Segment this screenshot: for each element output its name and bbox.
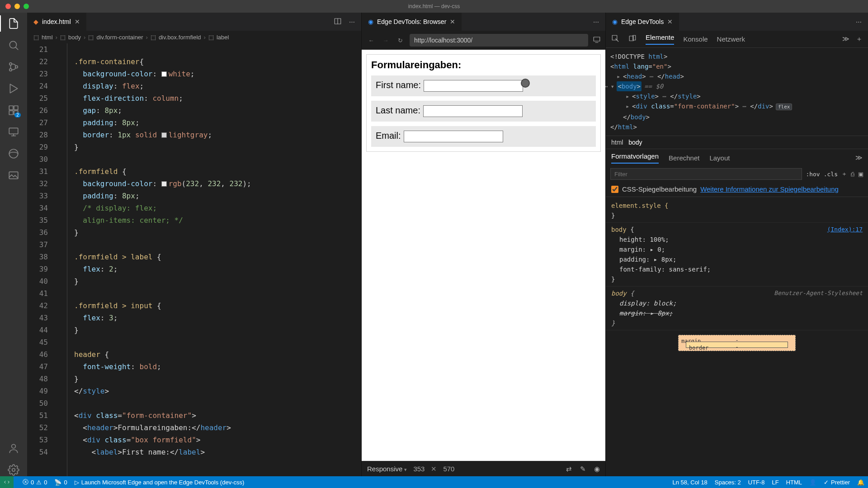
devtools-tab[interactable]: ◉ Edge DevTools ✕: [606, 13, 679, 31]
add-tab-icon[interactable]: ＋: [856, 35, 863, 43]
code-content[interactable]: .form-container{ background-color: white…: [56, 43, 361, 476]
dom-breadcrumb[interactable]: html body: [606, 136, 868, 149]
reload-icon[interactable]: ↻: [395, 37, 405, 44]
image-preview-icon[interactable]: [7, 169, 20, 182]
explorer-icon[interactable]: [7, 17, 20, 30]
minimize-window[interactable]: [14, 4, 20, 9]
source-control-icon[interactable]: [7, 61, 20, 73]
tab-console[interactable]: Konsole: [683, 35, 708, 43]
rotate-icon[interactable]: ⇄: [566, 465, 572, 473]
eye-icon[interactable]: ◉: [594, 465, 600, 473]
css-mirror-row: CSS-Spiegelbearbeitung Weitere Informati…: [606, 182, 868, 197]
editor-group: ◆ index.html ✕ ⋯ ⬚html›⬚body›⬚div.form-c…: [27, 13, 362, 476]
traffic-lights: [5, 4, 29, 9]
formfield-first-name: First name:: [371, 75, 596, 96]
breadcrumbs[interactable]: ⬚html›⬚body›⬚div.form-container›⬚div.box…: [27, 31, 361, 43]
mirror-link[interactable]: Weitere Informationen zur Spiegelbearbei…: [700, 185, 839, 193]
main-layout: 2 ◆ index.html ✕ ⋯: [0, 13, 868, 476]
more-icon[interactable]: ⋯: [593, 19, 599, 25]
input-first-name[interactable]: [424, 80, 523, 92]
viewport-width[interactable]: 353: [413, 465, 425, 473]
titlebar: index.html — dev-css: [0, 0, 868, 13]
search-icon[interactable]: [7, 39, 20, 52]
launch-task[interactable]: ▷Launch Microsoft Edge and open the Edge…: [75, 479, 245, 486]
run-debug-icon[interactable]: [7, 82, 20, 95]
panel-icon[interactable]: ▣: [858, 171, 863, 178]
print-icon[interactable]: ⎙: [851, 171, 854, 178]
url-input[interactable]: http://localhost:3000/: [410, 34, 588, 47]
remote-explorer-icon[interactable]: [7, 126, 20, 138]
svg-point-12: [12, 469, 15, 472]
svg-rect-6: [9, 111, 13, 115]
activity-bar: 2: [0, 13, 27, 476]
prettier[interactable]: ✓ Prettier: [824, 479, 850, 486]
device-toolbar: Responsive▾ 353 ✕ 570 ⇄ ✎ ◉: [362, 461, 605, 476]
close-icon[interactable]: ✕: [450, 18, 455, 25]
cls-toggle[interactable]: .cls: [824, 171, 838, 178]
browser-tab[interactable]: ◉ Edge DevTools: Browser ✕: [362, 13, 462, 31]
code-editor[interactable]: 2122232425262728293031323334353637383940…: [27, 43, 361, 476]
cursor-position[interactable]: Ln 58, Col 18: [673, 479, 708, 486]
notifications-icon[interactable]: 🔔: [857, 479, 864, 486]
viewport-height[interactable]: 570: [443, 465, 454, 473]
editor-tab-index[interactable]: ◆ index.html ✕: [27, 13, 87, 31]
more-tabs-icon[interactable]: ≫: [842, 35, 849, 43]
remote-indicator[interactable]: [0, 476, 14, 488]
close-icon[interactable]: ✕: [75, 18, 80, 25]
wand-icon[interactable]: ✎: [580, 465, 586, 473]
input-email[interactable]: [404, 131, 503, 142]
form-container: Formulareingaben: First name: Last name:…: [366, 54, 601, 152]
rule-body-author[interactable]: (Index):17 body { height: 100%; margin: …: [606, 223, 868, 286]
accounts-icon[interactable]: [7, 442, 20, 455]
rule-element-style[interactable]: element.style { }: [606, 199, 868, 223]
input-last-name[interactable]: [423, 105, 523, 117]
mirror-label: CSS-Spiegelbearbeitung: [622, 185, 697, 193]
close-window[interactable]: [5, 4, 11, 9]
tab-layout[interactable]: Layout: [709, 154, 730, 162]
browser-tabs: ◉ Edge DevTools: Browser ✕ ⋯: [362, 13, 605, 31]
live-share-icon[interactable]: 👤: [809, 479, 816, 486]
svg-point-11: [12, 444, 16, 448]
ports[interactable]: 📡0: [54, 479, 67, 486]
more-icon[interactable]: ⋯: [856, 19, 862, 25]
dimension-x: ✕: [431, 465, 437, 473]
hov-toggle[interactable]: :hov: [806, 171, 820, 178]
forward-icon[interactable]: →: [381, 37, 391, 44]
rule-body-ua[interactable]: Benutzer-Agent-Stylesheet body { display…: [606, 286, 868, 330]
device-mode[interactable]: Responsive▾: [367, 465, 407, 473]
tab-elements[interactable]: Elemente: [646, 33, 674, 45]
maximize-window[interactable]: [24, 4, 29, 9]
inspect-icon[interactable]: [611, 34, 619, 44]
eol[interactable]: LF: [772, 479, 779, 486]
encoding[interactable]: UTF-8: [748, 479, 765, 486]
dom-tree[interactable]: <!DOCTYPE html> <html lang="en"> ▸<head>…: [606, 48, 868, 136]
split-editor-icon[interactable]: [334, 17, 342, 27]
source-link[interactable]: (Index):17: [827, 225, 863, 235]
back-icon[interactable]: ←: [366, 37, 376, 44]
tab-styles[interactable]: Formatvorlagen: [611, 152, 659, 164]
editor-tabs: ◆ index.html ✕ ⋯: [27, 13, 361, 31]
screencast-icon[interactable]: [593, 36, 601, 45]
formfield-email: Email:: [371, 126, 596, 147]
mirror-checkbox[interactable]: [611, 186, 618, 193]
more-icon[interactable]: ⋯: [349, 19, 355, 25]
language-mode[interactable]: HTML: [786, 479, 802, 486]
tab-computed[interactable]: Berechnet: [669, 154, 699, 162]
browser-panel: ◉ Edge DevTools: Browser ✕ ⋯ ← → ↻ http:…: [362, 13, 606, 476]
device-toggle-icon[interactable]: [628, 34, 637, 44]
error-icon: ⓧ: [23, 478, 28, 486]
edge-tools-icon[interactable]: [7, 147, 20, 160]
styles-body[interactable]: element.style { } (Index):17 body { heig…: [606, 197, 868, 476]
problems[interactable]: ⓧ0 ⚠0: [23, 478, 47, 486]
new-style-icon[interactable]: ＋: [841, 170, 847, 178]
settings-gear-icon[interactable]: [7, 464, 20, 476]
close-icon[interactable]: ✕: [667, 18, 673, 25]
indent[interactable]: Spaces: 2: [715, 479, 741, 486]
browser-tab-label: Edge DevTools: Browser: [377, 18, 446, 25]
tab-network[interactable]: Netzwerk: [717, 35, 745, 43]
more-tabs-icon[interactable]: ≫: [855, 154, 863, 162]
touch-cursor-icon: [521, 79, 530, 88]
filter-input[interactable]: [610, 168, 802, 180]
antenna-icon: 📡: [54, 479, 61, 486]
extensions-icon[interactable]: 2: [7, 104, 20, 117]
